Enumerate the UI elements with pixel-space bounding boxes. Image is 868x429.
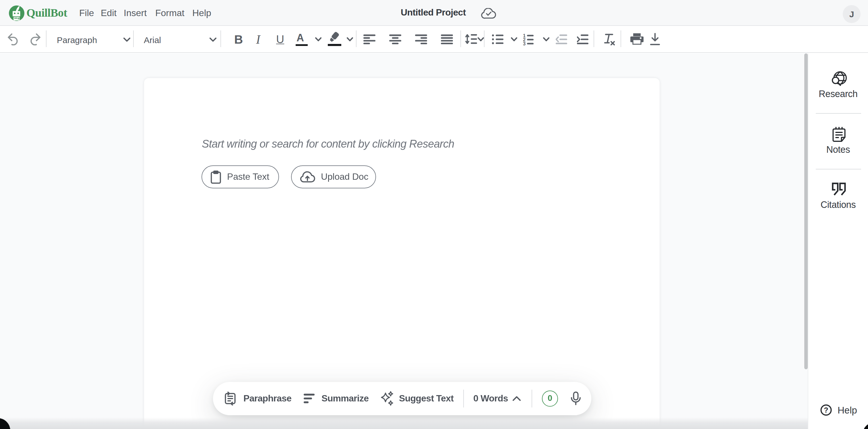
svg-text:3: 3 [523,41,526,45]
svg-text:?: ? [824,406,828,414]
